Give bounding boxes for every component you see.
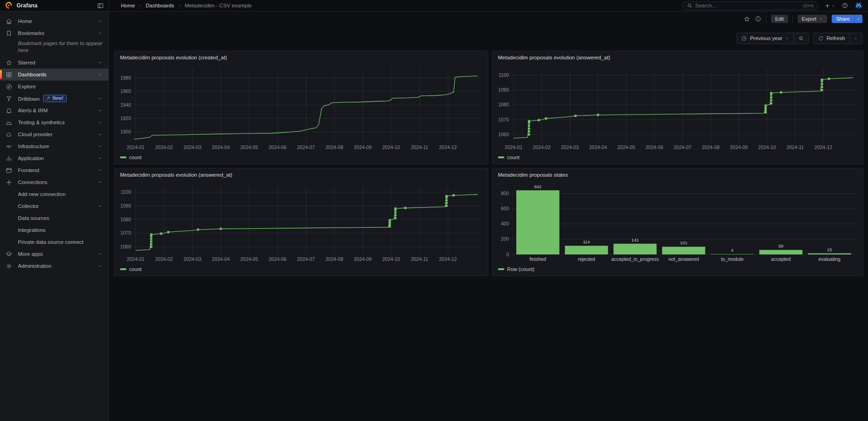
x-tick-label: 2024-06 xyxy=(269,144,287,150)
chevron-up-icon xyxy=(96,31,104,35)
sidebar-item-label: More apps xyxy=(18,251,96,257)
bar-value-label: 59 xyxy=(778,243,783,248)
sidebar-item-infrastructure[interactable]: Infrastructure xyxy=(0,140,108,152)
chevron-down-icon xyxy=(96,132,104,137)
sidebar-item-drilldown[interactable]: DrilldownNew! xyxy=(0,92,108,104)
sidebar-item-connections[interactable]: Connections xyxy=(0,176,108,188)
legend-item-row-count[interactable]: Row (count) xyxy=(498,266,534,272)
legend-swatch xyxy=(498,268,504,270)
sidebar-item-label: Private data source connect xyxy=(18,239,96,245)
x-tick-label: 2024-09 xyxy=(730,144,748,150)
panel-title[interactable]: Metadecidim proposals evolution (answere… xyxy=(120,172,232,178)
sidebar-item-label: Cloud provider xyxy=(18,132,96,137)
sidebar-item-frontend[interactable]: Frontend xyxy=(0,164,108,176)
bar-accepted[interactable] xyxy=(760,250,803,254)
bar-rejected[interactable] xyxy=(565,246,608,254)
sidebar-item-bookmarks[interactable]: Bookmarks xyxy=(0,27,108,39)
legend-item-count[interactable]: count xyxy=(498,155,520,160)
sidebar-item-label: Home xyxy=(18,18,96,24)
chart-bar-icon xyxy=(0,155,18,162)
sidebar-item-add-new-connection[interactable]: Add new connection xyxy=(0,188,108,200)
panel-title[interactable]: Metadecidim proposals evolution (created… xyxy=(120,55,227,60)
line-series-count xyxy=(514,78,853,138)
data-point-marker xyxy=(821,79,823,81)
data-point-marker xyxy=(765,109,767,111)
top-navigation-bar: Grafana Home Dashboards Metadecidim - CS… xyxy=(0,0,868,12)
bar-value-label: 141 xyxy=(631,237,639,242)
sidebar-item-home[interactable]: Home xyxy=(0,15,108,27)
time-range-picker[interactable]: Previous year xyxy=(737,33,793,44)
search-input[interactable]: Search... ctrl+k xyxy=(683,1,818,10)
dock-sidebar-toggle-icon[interactable] xyxy=(97,2,104,9)
export-button[interactable]: Export xyxy=(798,15,827,23)
data-point-marker xyxy=(780,91,782,93)
bar-not_answered[interactable] xyxy=(662,247,705,254)
bar-category-label: rejected xyxy=(578,256,595,262)
y-tick-label: 1940 xyxy=(120,102,131,108)
sidebar-item-label: Testing & synthetics xyxy=(18,120,96,125)
panel-title[interactable]: Metadecidim proposals states xyxy=(498,172,568,178)
data-point-marker xyxy=(197,229,199,231)
sidebar-item-collector[interactable]: Collector xyxy=(0,200,108,212)
sidebar-item-label: Collector xyxy=(18,203,96,209)
sidebar-item-integrations[interactable]: Integrations xyxy=(0,224,108,236)
sidebar-item-more-apps[interactable]: More apps xyxy=(0,248,108,260)
bar-accepted_in_progress[interactable] xyxy=(613,244,657,254)
sidebar-item-testing-synthetics[interactable]: Testing & synthetics xyxy=(0,116,108,128)
sidebar-item-data-sources[interactable]: Data sources xyxy=(0,212,108,224)
line-chart-created-at[interactable]: 190019201940196019802024-012024-022024-0… xyxy=(118,65,484,151)
panel-info-icon[interactable] xyxy=(755,16,761,22)
sidebar-item-explore[interactable]: Explore xyxy=(0,81,108,92)
bar-evaluating[interactable] xyxy=(808,254,851,254)
refresh-interval-chevron[interactable] xyxy=(849,33,862,44)
y-tick-label: 1060 xyxy=(498,132,509,137)
x-tick-label: 2024-01 xyxy=(127,144,145,150)
sidebar-item-dashboards[interactable]: Dashboards xyxy=(0,69,108,81)
favorite-star-icon[interactable] xyxy=(743,16,750,23)
breadcrumb-home[interactable]: Home xyxy=(121,3,135,8)
sidebar-item-starred[interactable]: Starred xyxy=(0,57,108,69)
sidebar-item-administration[interactable]: Administration xyxy=(0,260,108,272)
share-button[interactable]: Share xyxy=(832,15,854,23)
legend-item-count[interactable]: count xyxy=(120,266,142,272)
chevron-right-icon xyxy=(177,4,182,8)
y-tick-label: 1920 xyxy=(120,115,131,121)
bar-to_module[interactable] xyxy=(711,254,754,254)
data-point-marker xyxy=(821,86,823,88)
new-badge: New! xyxy=(43,95,67,102)
line-chart-answered-at[interactable]: 106010701080109011002024-012024-022024-0… xyxy=(496,65,859,151)
share-menu-chevron[interactable] xyxy=(854,15,862,23)
pulse-icon xyxy=(0,143,18,150)
edit-button[interactable]: Edit xyxy=(771,15,788,23)
refresh-group: Refresh xyxy=(813,33,862,44)
line-chart-answered-at-2[interactable]: 106010701080109011002024-012024-022024-0… xyxy=(118,182,484,263)
sidebar-item-label: Infrastructure xyxy=(18,144,96,149)
add-new-icon[interactable] xyxy=(824,3,835,9)
bar-finished[interactable] xyxy=(516,190,560,254)
refresh-button[interactable]: Refresh xyxy=(814,33,849,44)
chevron-down-icon xyxy=(819,17,823,21)
data-point-marker xyxy=(445,195,448,197)
panel-title[interactable]: Metadecidim proposals evolution (answere… xyxy=(498,55,610,60)
bar-chart-proposal-states[interactable]: 0200400600800842finished114rejected141ac… xyxy=(496,182,859,263)
rocket-icon xyxy=(46,96,51,101)
sidebar-item-label: Data sources xyxy=(18,215,96,221)
help-icon[interactable] xyxy=(842,2,848,9)
legend-item-count[interactable]: count xyxy=(120,155,142,160)
zoom-out-time-button[interactable] xyxy=(794,33,808,44)
x-tick-label: 2024-08 xyxy=(702,144,720,150)
user-avatar[interactable] xyxy=(855,2,862,10)
x-tick-label: 2024-07 xyxy=(674,144,691,150)
data-point-marker xyxy=(597,114,599,116)
chevron-right-icon xyxy=(138,4,143,8)
sidebar-item-alerts-irm[interactable]: Alerts & IRM xyxy=(0,104,108,116)
bar-value-label: 101 xyxy=(680,240,687,245)
breadcrumb-dashboards[interactable]: Dashboards xyxy=(146,3,174,8)
y-tick-label: 1090 xyxy=(120,203,131,208)
x-tick-label: 2024-10 xyxy=(758,144,776,150)
sidebar-item-private-data-source-connect[interactable]: Private data source connect xyxy=(0,236,108,248)
sidebar-item-cloud-provider[interactable]: Cloud provider xyxy=(0,128,108,140)
data-point-marker xyxy=(220,228,222,230)
sidebar-item-application[interactable]: Application xyxy=(0,152,108,164)
panel-answered-at-bottom: Metadecidim proposals evolution (answere… xyxy=(114,168,488,276)
